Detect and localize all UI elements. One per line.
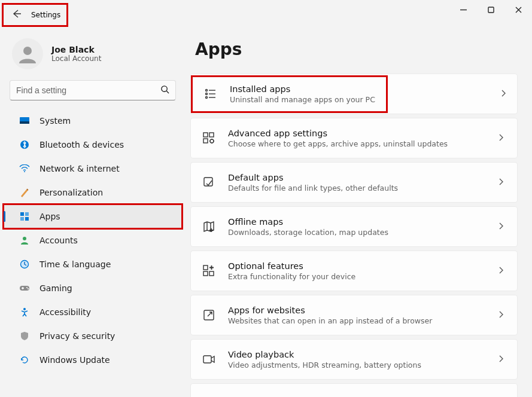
card-optional-features[interactable]: Optional features Extra functionality fo… [190, 251, 518, 291]
search-icon [160, 85, 169, 96]
window-title: Settings [31, 11, 60, 19]
window-controls [449, 0, 532, 19]
svg-point-19 [206, 97, 208, 99]
svg-point-23 [210, 139, 214, 143]
nav-label: Accessibility [39, 307, 91, 317]
card-sub: Extra functionality for your device [228, 272, 484, 281]
brush-icon [19, 187, 30, 198]
svg-point-15 [28, 288, 29, 289]
nav-label: Bluetooth & devices [39, 140, 124, 149]
chevron-right-icon [495, 310, 506, 320]
card-advanced-settings[interactable]: Advanced app settings Choose where to ge… [190, 118, 518, 158]
list-icon [203, 87, 218, 101]
card-startup[interactable]: Startup [190, 383, 518, 397]
svg-point-16 [23, 308, 26, 310]
profile-name: Joe Black [51, 45, 101, 54]
nav-label: Personalization [39, 188, 103, 197]
svg-point-6 [24, 171, 25, 172]
card-offline-maps[interactable]: Offline maps Downloads, storage location… [190, 206, 518, 247]
svg-rect-7 [20, 212, 24, 216]
svg-rect-27 [209, 271, 214, 276]
chevron-right-icon [495, 266, 506, 276]
wifi-icon [19, 163, 30, 174]
svg-point-11 [23, 237, 26, 240]
svg-point-18 [206, 93, 208, 95]
profile-sub: Local Account [51, 54, 101, 63]
card-title: Optional features [228, 261, 484, 271]
maximize-button[interactable] [477, 0, 504, 19]
gear-apps-icon [202, 131, 216, 145]
nav-accounts[interactable]: Accounts [4, 228, 182, 252]
svg-point-2 [162, 86, 167, 91]
card-title: Installed apps [230, 84, 375, 94]
chevron-right-icon [495, 222, 506, 232]
nav-update[interactable]: Windows Update [4, 348, 182, 372]
gaming-icon [19, 283, 30, 294]
minimize-button[interactable] [449, 0, 477, 19]
card-installed-apps[interactable]: Installed apps Uninstall and manage apps… [190, 74, 518, 114]
default-apps-icon [202, 175, 216, 190]
card-title: Video playback [228, 350, 484, 359]
card-sub: Downloads, storage location, map updates [228, 228, 484, 237]
card-sub: Defaults for file and link types, other … [228, 184, 484, 193]
nav-gaming[interactable]: Gaming [4, 276, 182, 300]
main-content: Apps Installed apps Uninstall and manage… [186, 28, 532, 397]
chevron-right-icon [495, 133, 506, 143]
nav-label: Gaming [39, 283, 72, 293]
back-icon[interactable] [10, 9, 24, 21]
nav-privacy[interactable]: Privacy & security [4, 324, 182, 348]
svg-rect-10 [25, 217, 29, 221]
profile-block[interactable]: Joe Black Local Account [0, 33, 186, 80]
page-title: Apps [195, 39, 518, 59]
avatar [12, 38, 43, 69]
svg-rect-4 [20, 121, 29, 124]
nav-personalization[interactable]: Personalization [4, 181, 182, 204]
card-title: Advanced app settings [228, 129, 484, 138]
nav-bluetooth[interactable]: Bluetooth & devices [4, 133, 182, 157]
chevron-right-icon [495, 355, 506, 365]
nav: System Bluetooth & devices Network & int… [0, 109, 186, 372]
nav-label: Apps [39, 212, 60, 221]
shield-icon [19, 331, 30, 341]
svg-point-17 [206, 90, 208, 91]
nav-accessibility[interactable]: Accessibility [4, 300, 182, 324]
card-video-playback[interactable]: Video playback Video adjustments, HDR st… [190, 339, 518, 380]
nav-network[interactable]: Network & internet [4, 157, 182, 181]
titlebar: Settings [0, 0, 532, 28]
svg-rect-29 [203, 356, 211, 363]
card-title: Apps for websites [228, 306, 484, 315]
card-sub: Uninstall and manage apps on your PC [230, 95, 375, 104]
svg-rect-0 [488, 7, 494, 13]
system-icon [19, 115, 30, 126]
svg-rect-8 [25, 212, 29, 216]
search-input[interactable] [16, 85, 160, 95]
card-apps-websites[interactable]: Apps for websites Websites that can open… [190, 295, 518, 335]
plus-grid-icon [202, 264, 216, 278]
nav-label: Privacy & security [39, 331, 115, 341]
nav-time[interactable]: Time & language [4, 252, 182, 276]
nav-label: System [39, 116, 71, 126]
chevron-right-icon [498, 89, 517, 99]
svg-rect-22 [203, 139, 208, 143]
map-icon [202, 219, 216, 234]
svg-rect-26 [203, 271, 208, 276]
bluetooth-icon [19, 139, 30, 150]
card-sub: Video adjustments, HDR streaming, batter… [228, 361, 484, 369]
card-default-apps[interactable]: Default apps Defaults for file and link … [190, 162, 518, 203]
nav-label: Time & language [39, 259, 111, 269]
svg-rect-25 [203, 265, 208, 270]
close-button[interactable] [504, 0, 532, 19]
nav-system[interactable]: System [4, 109, 182, 133]
nav-apps[interactable]: Apps [4, 204, 182, 228]
card-sub: Choose where to get apps, archive apps, … [228, 139, 484, 148]
clock-icon [19, 259, 30, 270]
chevron-right-icon [495, 178, 506, 188]
accounts-icon [19, 235, 30, 246]
update-icon [19, 355, 30, 365]
card-title: Default apps [228, 173, 484, 182]
sidebar: Joe Black Local Account System Bluetooth… [0, 28, 186, 397]
nav-label: Windows Update [39, 355, 110, 365]
open-external-icon [202, 308, 216, 322]
apps-icon [19, 211, 30, 222]
search-box[interactable] [10, 80, 176, 100]
